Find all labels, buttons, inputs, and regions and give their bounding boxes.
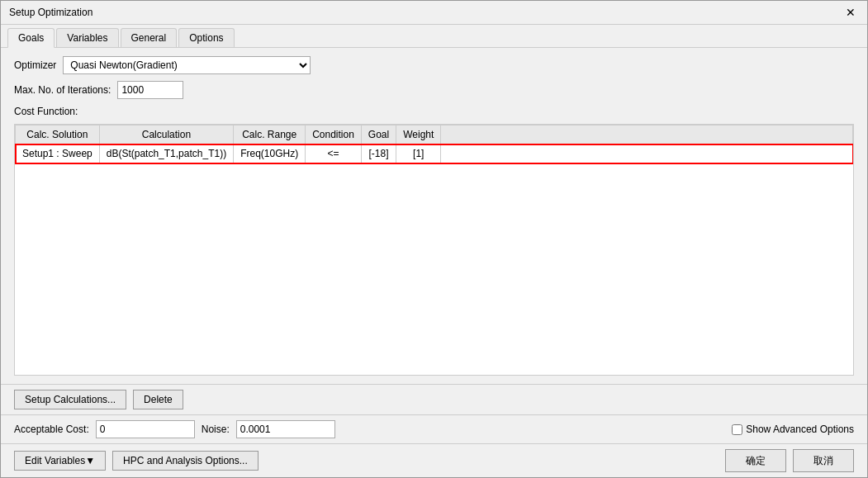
- show-advanced-label[interactable]: Show Advanced Options: [732, 424, 854, 435]
- col-header-calc-range: Calc. Range: [234, 125, 306, 144]
- cost-function-area: Calc. Solution Calculation Calc. Range C…: [14, 124, 854, 376]
- cell-weight: [1]: [396, 144, 441, 163]
- max-iterations-row: Max. No. of Iterations:: [14, 81, 854, 99]
- col-header-goal: Goal: [361, 125, 396, 144]
- col-header-weight: Weight: [396, 125, 441, 144]
- col-header-extra: [441, 125, 853, 144]
- window-title: Setup Optimization: [9, 7, 92, 18]
- tab-general[interactable]: General: [121, 28, 178, 47]
- close-button[interactable]: ✕: [842, 6, 859, 19]
- table-header-row: Calc. Solution Calculation Calc. Range C…: [16, 125, 853, 144]
- table-row[interactable]: Setup1 : Sweep dB(St(patch_T1,patch_T1))…: [16, 144, 853, 163]
- col-header-condition: Condition: [306, 125, 362, 144]
- hpc-options-button[interactable]: HPC and Analysis Options...: [112, 451, 259, 471]
- cell-calc-solution: Setup1 : Sweep: [16, 144, 100, 163]
- max-iterations-input[interactable]: [117, 81, 183, 99]
- cell-calculation: dB(St(patch_T1,patch_T1)): [99, 144, 233, 163]
- optimizer-row: Optimizer Quasi Newton(Gradient): [14, 56, 854, 74]
- cost-table: Calc. Solution Calculation Calc. Range C…: [15, 125, 853, 163]
- cell-goal: [-18]: [361, 144, 396, 163]
- footer-right: 确定 取消: [725, 449, 854, 472]
- cell-condition: <=: [306, 144, 362, 163]
- cost-noise-bar: Acceptable Cost: Noise: Show Advanced Op…: [1, 414, 867, 443]
- edit-variables-button[interactable]: Edit Variables▼: [14, 451, 106, 471]
- optimizer-label: Optimizer: [14, 59, 56, 71]
- acceptable-cost-label: Acceptable Cost:: [14, 424, 89, 435]
- delete-button[interactable]: Delete: [133, 390, 183, 409]
- tab-variables[interactable]: Variables: [56, 28, 118, 47]
- tab-options[interactable]: Options: [178, 28, 234, 47]
- setup-calculations-button[interactable]: Setup Calculations...: [14, 390, 126, 409]
- cell-calc-range: Freq(10GHz): [234, 144, 306, 163]
- bottom-bar: Setup Calculations... Delete: [1, 384, 867, 414]
- footer-left: Edit Variables▼ HPC and Analysis Options…: [14, 451, 259, 471]
- col-header-calc-solution: Calc. Solution: [16, 125, 100, 144]
- cost-function-row: Cost Function:: [14, 106, 854, 117]
- cost-table-container: Calc. Solution Calculation Calc. Range C…: [14, 124, 854, 376]
- tab-bar: Goals Variables General Options: [1, 25, 867, 48]
- noise-input[interactable]: [236, 420, 335, 438]
- optimizer-select[interactable]: Quasi Newton(Gradient): [63, 56, 311, 74]
- cell-extra: [441, 144, 853, 163]
- col-header-calculation: Calculation: [99, 125, 233, 144]
- acceptable-cost-input[interactable]: [96, 420, 195, 438]
- main-window: Setup Optimization ✕ Goals Variables Gen…: [0, 0, 868, 478]
- confirm-button[interactable]: 确定: [725, 449, 786, 472]
- noise-label: Noise:: [202, 424, 230, 435]
- cost-function-label: Cost Function:: [14, 106, 78, 117]
- cancel-button[interactable]: 取消: [793, 449, 854, 472]
- show-advanced-checkbox[interactable]: [732, 424, 742, 435]
- tab-goals[interactable]: Goals: [7, 28, 55, 48]
- max-iterations-label: Max. No. of Iterations:: [14, 84, 111, 96]
- main-content: Optimizer Quasi Newton(Gradient) Max. No…: [1, 48, 867, 384]
- title-bar: Setup Optimization ✕: [1, 1, 867, 25]
- footer-bar: Edit Variables▼ HPC and Analysis Options…: [1, 443, 867, 477]
